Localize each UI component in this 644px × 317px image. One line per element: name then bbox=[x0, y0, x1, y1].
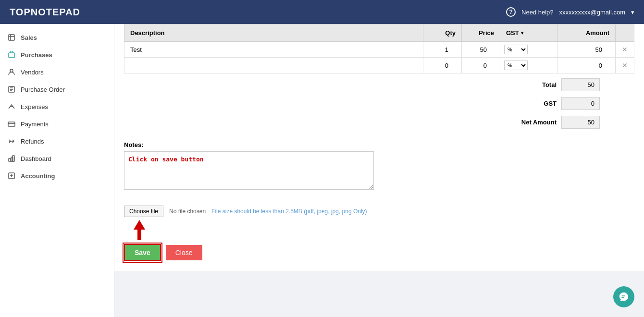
row2-description-cell bbox=[124, 58, 423, 73]
table-row: % 0% 5% 12% 18% 28% bbox=[124, 58, 634, 73]
main-layout: Sales Purchases Vendors bbox=[0, 24, 644, 317]
purchases-label: Purchases bbox=[21, 51, 52, 59]
sidebar: Sales Purchases Vendors bbox=[0, 24, 114, 317]
net-amount-label: Net Amount bbox=[508, 119, 557, 126]
gst-dropdown-icon[interactable]: ▾ bbox=[521, 30, 523, 36]
row1-amount-input[interactable] bbox=[562, 45, 611, 54]
sales-label: Sales bbox=[21, 34, 37, 41]
user-email: xxxxxxxxxx@gmail.com bbox=[559, 9, 625, 16]
expenses-icon bbox=[7, 102, 16, 111]
content-area: Description Qty Price GST ▾ Amount bbox=[114, 24, 644, 271]
net-amount-value: 50 bbox=[561, 116, 600, 129]
row1-description-cell bbox=[124, 42, 423, 58]
notes-textarea[interactable]: <span class="click-save-text">Click on s… bbox=[124, 151, 374, 190]
dashboard-icon bbox=[7, 154, 16, 163]
payments-label: Payments bbox=[21, 121, 49, 128]
row2-amount-input[interactable] bbox=[562, 61, 611, 70]
arrow-up-icon bbox=[134, 220, 145, 230]
col-actions bbox=[616, 24, 634, 42]
chat-widget[interactable] bbox=[613, 286, 634, 307]
row1-description-input[interactable] bbox=[128, 45, 419, 54]
row1-price-cell bbox=[462, 42, 500, 58]
row2-gst-select[interactable]: % 0% 5% 12% 18% 28% bbox=[504, 61, 528, 70]
navbar-right: ? Need help? xxxxxxxxxx@gmail.com ▾ bbox=[506, 7, 634, 17]
items-table: Description Qty Price GST ▾ Amount bbox=[124, 24, 634, 73]
row2-qty-cell bbox=[423, 58, 462, 73]
gst-label: GST bbox=[508, 100, 557, 107]
dropdown-arrow-icon[interactable]: ▾ bbox=[631, 9, 634, 16]
row2-delete-button[interactable]: ✕ bbox=[619, 61, 630, 70]
refunds-label: Refunds bbox=[21, 138, 44, 145]
refunds-icon bbox=[7, 137, 16, 146]
purchases-icon bbox=[7, 50, 16, 59]
file-hint: File size should be less than 2.5MB (pdf… bbox=[211, 208, 367, 215]
sidebar-item-purchase-order[interactable]: Purchase Order bbox=[0, 81, 114, 98]
svg-rect-4 bbox=[8, 122, 15, 126]
summary-gst-row: GST 0 bbox=[508, 97, 600, 110]
no-file-text: No file chosen bbox=[169, 208, 206, 215]
row1-amount-cell bbox=[558, 42, 616, 58]
total-value: 50 bbox=[561, 78, 600, 91]
row1-gst-select[interactable]: % 0% 5% 12% 18% 28% bbox=[504, 45, 528, 54]
row1-delete-cell: ✕ bbox=[616, 42, 634, 58]
summary-total-row: Total 50 bbox=[508, 78, 600, 91]
accounting-icon bbox=[7, 171, 16, 180]
row1-price-input[interactable] bbox=[466, 45, 496, 54]
total-label: Total bbox=[508, 81, 557, 88]
row1-qty-input[interactable] bbox=[427, 45, 458, 54]
vendors-icon bbox=[7, 68, 16, 76]
gst-value: 0 bbox=[561, 97, 600, 110]
svg-rect-0 bbox=[9, 35, 14, 40]
table-row: % 0% 5% 12% 18% 28% bbox=[124, 42, 634, 58]
row1-gst-cell: % 0% 5% 12% 18% 28% bbox=[500, 42, 558, 58]
svg-rect-7 bbox=[12, 156, 14, 161]
sidebar-item-purchases[interactable]: Purchases bbox=[0, 46, 114, 63]
col-amount: Amount bbox=[558, 24, 616, 42]
vendors-label: Vendors bbox=[21, 69, 44, 76]
arrow-indicator bbox=[134, 220, 145, 240]
row1-delete-button[interactable]: ✕ bbox=[619, 45, 630, 54]
col-price: Price bbox=[462, 24, 500, 42]
summary-section: Total 50 GST 0 Net Amount 50 bbox=[124, 73, 634, 136]
sidebar-item-payments[interactable]: Payments bbox=[0, 115, 114, 133]
sidebar-item-dashboard[interactable]: Dashboard bbox=[0, 150, 114, 167]
purchase-order-icon bbox=[7, 85, 16, 94]
notes-section: Notes: <span class="click-save-text">Cli… bbox=[124, 136, 634, 196]
row1-qty-cell bbox=[423, 42, 462, 58]
summary-table: Total 50 GST 0 Net Amount 50 bbox=[508, 78, 615, 132]
action-buttons: Save Close bbox=[124, 244, 367, 261]
help-icon[interactable]: ? bbox=[506, 7, 516, 17]
col-qty: Qty bbox=[423, 24, 462, 42]
sales-icon bbox=[7, 33, 16, 42]
sidebar-item-sales[interactable]: Sales bbox=[0, 29, 114, 46]
arrow-stem bbox=[137, 230, 141, 240]
sidebar-item-expenses[interactable]: Expenses bbox=[0, 98, 114, 115]
file-upload-controls: Choose file No file chosen File size sho… bbox=[124, 206, 367, 217]
save-button[interactable]: Save bbox=[124, 244, 161, 261]
file-upload-row: Choose file No file chosen File size sho… bbox=[124, 200, 634, 261]
row2-amount-cell bbox=[558, 58, 616, 73]
row2-description-input[interactable] bbox=[128, 61, 419, 70]
summary-net-row: Net Amount 50 bbox=[508, 116, 600, 129]
close-button[interactable]: Close bbox=[166, 245, 202, 260]
payments-icon bbox=[7, 120, 16, 128]
row2-price-input[interactable] bbox=[466, 61, 496, 70]
help-label: Need help? bbox=[521, 9, 554, 16]
notes-label: Notes: bbox=[124, 141, 634, 148]
sidebar-item-vendors[interactable]: Vendors bbox=[0, 63, 114, 81]
accounting-label: Accounting bbox=[21, 172, 55, 180]
col-description: Description bbox=[124, 24, 423, 42]
app-logo: TopNotepad bbox=[10, 7, 80, 18]
row2-qty-input[interactable] bbox=[427, 61, 458, 70]
file-upload-group: Choose file No file chosen File size sho… bbox=[124, 200, 367, 261]
arrow-container bbox=[124, 220, 367, 240]
purchase-order-label: Purchase Order bbox=[21, 86, 65, 93]
navbar: TopNotepad ? Need help? xxxxxxxxxx@gmail… bbox=[0, 0, 644, 24]
svg-rect-1 bbox=[9, 53, 14, 58]
sidebar-item-refunds[interactable]: Refunds bbox=[0, 133, 114, 150]
row2-gst-cell: % 0% 5% 12% 18% 28% bbox=[500, 58, 558, 73]
expenses-label: Expenses bbox=[21, 103, 48, 110]
sidebar-item-accounting[interactable]: Accounting bbox=[0, 167, 114, 184]
choose-file-button[interactable]: Choose file bbox=[124, 206, 163, 217]
svg-rect-5 bbox=[9, 158, 11, 161]
